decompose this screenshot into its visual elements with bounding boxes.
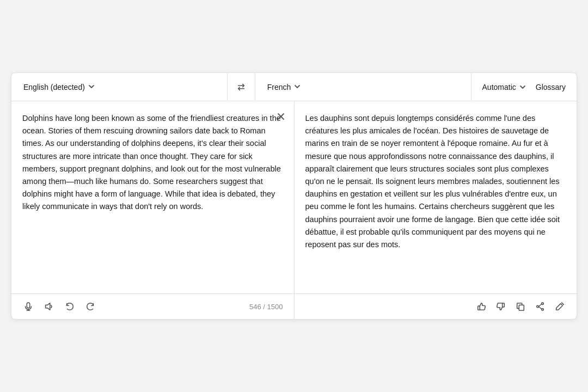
source-text-area[interactable]: Dolphins have long been known as some of…: [11, 101, 294, 293]
target-lang-button[interactable]: French: [266, 80, 303, 94]
microphone-button[interactable]: [22, 301, 34, 313]
glossary-label: Glossary: [536, 83, 566, 91]
copy-button[interactable]: [514, 301, 526, 313]
source-lang-area: English (detected): [11, 73, 228, 101]
source-lang-chevron: [87, 82, 96, 92]
source-lang-button[interactable]: English (detected): [22, 80, 97, 94]
target-lang-area: French: [255, 73, 471, 101]
share-button[interactable]: [534, 301, 546, 313]
svg-rect-8: [519, 305, 524, 310]
automatic-button[interactable]: Automatic: [482, 83, 527, 91]
svg-rect-7: [503, 303, 505, 307]
char-count: 546 / 1500: [249, 303, 283, 311]
source-text: Dolphins have long been known as some of…: [22, 114, 281, 211]
svg-marker-5: [46, 303, 50, 310]
translator-container: English (detected) French: [11, 72, 577, 320]
target-lang-chevron: [293, 82, 302, 92]
clear-source-button[interactable]: [277, 112, 285, 123]
svg-line-13: [538, 307, 541, 309]
svg-rect-6: [478, 306, 480, 310]
swap-languages-button[interactable]: [236, 82, 246, 92]
header-bar: English (detected) French: [11, 73, 577, 101]
target-text-area: Les dauphins sont depuis longtemps consi…: [295, 101, 577, 293]
edit-translation-button[interactable]: [554, 301, 566, 313]
thumbs-up-button[interactable]: [475, 301, 487, 313]
main-content: Dolphins have long been known as some of…: [11, 101, 577, 319]
source-footer-icons: [22, 301, 96, 313]
swap-area: [228, 73, 255, 101]
target-footer-icons: [475, 301, 566, 313]
options-area: Automatic Glossary: [471, 73, 577, 101]
speak-button[interactable]: [43, 301, 55, 313]
thumbs-down-button[interactable]: [495, 301, 507, 313]
svg-line-12: [538, 304, 541, 307]
target-text: Les dauphins sont depuis longtemps consi…: [305, 114, 560, 249]
target-panel: Les dauphins sont depuis longtemps consi…: [295, 101, 577, 319]
svg-rect-2: [27, 303, 29, 308]
undo-button[interactable]: [64, 301, 76, 313]
source-panel: Dolphins have long been known as some of…: [11, 101, 295, 319]
target-lang-label: French: [267, 83, 291, 91]
glossary-button[interactable]: Glossary: [536, 83, 566, 91]
source-lang-label: English (detected): [23, 83, 85, 91]
source-footer: 546 / 1500: [11, 293, 294, 319]
target-footer: [295, 293, 577, 319]
redo-button[interactable]: [84, 301, 96, 313]
automatic-label: Automatic: [482, 83, 516, 91]
